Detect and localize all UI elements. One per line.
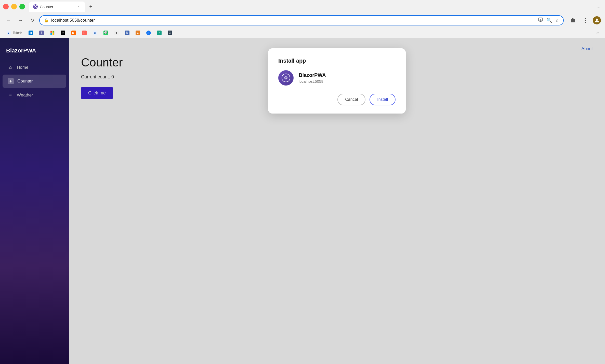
tab-close-button[interactable]: × (76, 4, 81, 9)
tab-list-button[interactable]: ⌄ (595, 2, 602, 11)
weather-icon: ≡ (8, 92, 13, 98)
nav-bar: ← → ↻ 🔒 localhost:5058/counter 🔍 ☆ (0, 13, 605, 27)
page-content: About Counter Current count: 0 Click me … (69, 38, 605, 364)
url-text: localhost:5058/counter (51, 18, 535, 23)
bookmark-ms-teams-icon[interactable]: M (26, 30, 36, 36)
sidebar-nav: ⌂ Home + Counter ≡ Weather (0, 61, 69, 101)
forward-button[interactable]: → (16, 16, 25, 25)
sidebar-item-home-label: Home (17, 65, 28, 70)
browser-tab-counter[interactable]: Counter × (29, 2, 85, 12)
address-bar-actions: 🔍 ☆ (538, 17, 559, 24)
bookmark-extra4[interactable]: S (144, 30, 153, 36)
sidebar-item-weather[interactable]: ≡ Weather (3, 89, 66, 101)
svg-rect-3 (540, 21, 542, 22)
bookmark-telerik[interactable]: Telerik (4, 30, 25, 36)
bookmark-x[interactable]: ✕ (58, 30, 68, 36)
svg-point-1 (35, 6, 36, 7)
traffic-lights (3, 4, 25, 9)
bookmark-extra2[interactable]: N (122, 30, 132, 36)
app-icon (278, 70, 294, 86)
install-modal: Install app BlazorPWA localhost:5058 (268, 48, 406, 114)
bookmark-extra6[interactable]: G (165, 30, 175, 36)
svg-point-12 (285, 77, 287, 79)
svg-rect-8 (50, 33, 52, 35)
back-button[interactable]: ← (4, 16, 13, 25)
home-icon: ⌂ (8, 65, 13, 70)
install-pwa-icon[interactable] (538, 17, 543, 24)
modal-actions: Cancel Install (278, 94, 396, 105)
extensions-button[interactable] (568, 16, 577, 25)
sidebar-brand: BlazorPWA (0, 43, 69, 61)
new-tab-button[interactable]: + (86, 2, 95, 11)
bookmark-extra1[interactable]: ◆ (112, 30, 121, 36)
lock-icon: 🔒 (44, 18, 49, 23)
more-options-button[interactable]: ⋮ (581, 16, 590, 25)
bookmarks-overflow-button[interactable]: » (594, 29, 601, 36)
svg-rect-7 (52, 31, 54, 33)
bookmark-teams[interactable]: T (37, 30, 46, 36)
cancel-button[interactable]: Cancel (337, 94, 365, 105)
maximize-window-button[interactable] (19, 4, 25, 9)
tab-bar: Counter × + (29, 2, 593, 12)
modal-overlay: Install app BlazorPWA localhost:5058 (69, 38, 605, 364)
app-info: BlazorPWA localhost:5058 (278, 70, 396, 86)
browser-frame: Counter × + ⌄ ← → ↻ 🔒 localhost:5058/cou… (0, 0, 605, 364)
svg-rect-6 (50, 31, 52, 33)
browser-content: BlazorPWA ⌂ Home + Counter ≡ Weather Abo… (0, 38, 605, 364)
svg-point-4 (596, 19, 598, 21)
address-bar[interactable]: 🔒 localhost:5058/counter 🔍 ☆ (39, 15, 564, 25)
sidebar-item-weather-label: Weather (17, 93, 33, 98)
install-button[interactable]: Install (370, 94, 396, 105)
bookmark-star-blue[interactable]: ★ (90, 30, 100, 36)
search-icon[interactable]: 🔍 (546, 18, 552, 23)
svg-rect-9 (52, 33, 54, 35)
tab-right-controls: ⌄ (595, 2, 602, 11)
sidebar: BlazorPWA ⌂ Home + Counter ≡ Weather (0, 38, 69, 364)
reload-button[interactable]: ↻ (28, 16, 37, 25)
app-url: localhost:5058 (299, 79, 326, 83)
bookmark-icon[interactable]: ☆ (555, 18, 559, 23)
sidebar-item-counter-label: Counter (17, 79, 33, 84)
bookmark-kendo[interactable]: K (80, 30, 89, 36)
close-window-button[interactable] (3, 4, 9, 9)
bookmark-extra5[interactable]: ♦ (154, 30, 164, 36)
bookmarks-bar: Telerik M T ✕ (0, 27, 605, 38)
counter-icon: + (8, 78, 14, 84)
bookmark-extra3[interactable]: ▲ (133, 30, 143, 36)
minimize-window-button[interactable] (11, 4, 17, 9)
sidebar-item-home[interactable]: ⌂ Home (3, 61, 66, 74)
tab-favicon (33, 4, 38, 9)
app-details: BlazorPWA localhost:5058 (299, 72, 326, 83)
bookmark-video[interactable]: ▶ (69, 30, 78, 36)
bookmark-telerik-label: Telerik (13, 31, 22, 35)
bookmark-whatsapp[interactable]: 💬 (101, 30, 111, 36)
title-bar: Counter × + ⌄ (0, 0, 605, 13)
tab-title: Counter (40, 5, 53, 9)
bookmark-microsoft[interactable] (47, 30, 57, 36)
sidebar-item-counter[interactable]: + Counter (3, 75, 66, 88)
user-avatar[interactable] (593, 16, 601, 24)
app-name: BlazorPWA (299, 72, 326, 78)
modal-title: Install app (278, 58, 396, 64)
